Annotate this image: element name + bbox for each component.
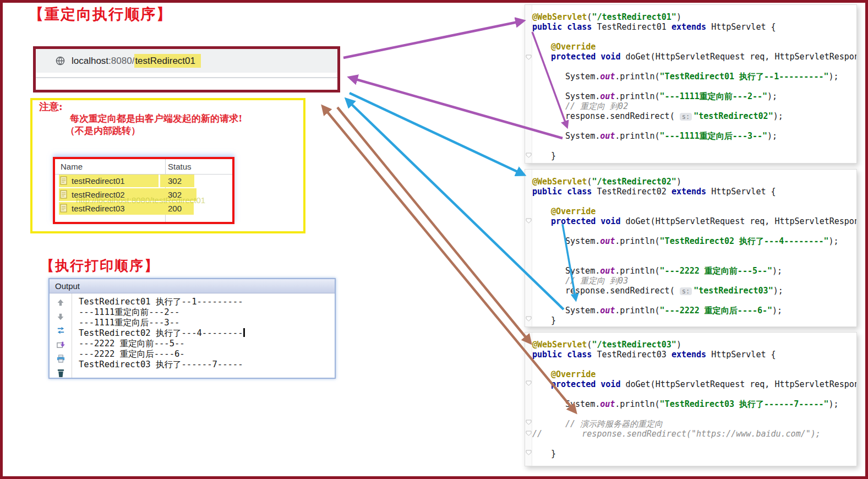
- code-line: protected void doGet(HttpServletRequest …: [532, 379, 856, 389]
- code-line: [532, 360, 856, 369]
- code-line: [532, 296, 856, 306]
- status-code: 302: [168, 176, 182, 186]
- page-title: 【重定向执行顺序】: [29, 4, 172, 24]
- code-line: System.out.println("---2222 重定向后----6-")…: [532, 306, 856, 315]
- code-line: public class TestRedirect02 extends Http…: [532, 187, 856, 197]
- code-line: [532, 256, 856, 266]
- network-table-header[interactable]: Name Status: [55, 159, 232, 175]
- code-line: @Override: [532, 42, 856, 52]
- code-line: // 重定向 到02: [532, 101, 856, 111]
- output-toolbar: [50, 293, 72, 378]
- fold-marker-icon[interactable]: [526, 153, 532, 158]
- code-line: response.sendRedirect( s:"testRedirect03…: [532, 286, 856, 296]
- code-line: [532, 226, 856, 236]
- status-code: 200: [168, 204, 182, 213]
- code-line: @WebServlet("/testRedirect03"): [532, 340, 856, 350]
- note-line-2: （不是内部跳转）: [65, 124, 140, 137]
- code-line: // 演示跨服务器的重定向: [532, 419, 856, 429]
- code-line: [532, 197, 856, 206]
- clear-icon[interactable]: [54, 368, 67, 378]
- code-line: [532, 246, 856, 256]
- rerun-icon[interactable]: [54, 326, 67, 336]
- code-line: System.out.println("---2222 重定向前---5--")…: [532, 266, 856, 276]
- code-line: [532, 121, 856, 131]
- code-line: [532, 32, 856, 42]
- editor-gutter: [525, 333, 532, 466]
- code-line: protected void doGet(HttpServletRequest …: [532, 52, 856, 62]
- document-icon: [60, 190, 67, 199]
- output-console: TestRedirect01 执行了--1------------1111重定向…: [72, 293, 335, 378]
- console-line: TestRedirect01 执行了--1---------: [79, 297, 335, 307]
- arrow-browser-to-servlet01: [343, 21, 523, 58]
- code-line: protected void doGet(HttpServletRequest …: [532, 216, 856, 226]
- fold-marker-icon[interactable]: [526, 420, 532, 425]
- code-line: // response.sendRedirect("https://www.ba…: [532, 429, 856, 439]
- request-name: testRedirect01: [72, 176, 125, 186]
- column-header-status[interactable]: Status: [168, 162, 192, 171]
- fold-marker-icon[interactable]: [526, 431, 532, 436]
- ghost-url-text: http://localhost:8080/testRedirect01: [76, 195, 205, 205]
- fold-marker-icon[interactable]: [526, 316, 532, 322]
- code-block-servlet01: @WebServlet("/testRedirect01")public cla…: [525, 4, 857, 164]
- fold-marker-icon[interactable]: [526, 450, 532, 455]
- console-line: TestRedirect03 执行了------7-----: [79, 360, 335, 370]
- editor-gutter: [525, 5, 532, 163]
- console-line: ---1111重定向后---3--: [79, 318, 335, 328]
- url-path-highlight: testRedirect01: [134, 54, 201, 68]
- console-line: TestRedirect02 执行了---4--------: [79, 328, 335, 339]
- address-bar[interactable]: localhost:8080/testRedirect01: [36, 49, 337, 73]
- diagram-canvas: 【重定向执行顺序】 localhost:8080/testRedirect01 …: [0, 0, 868, 479]
- note-line-1: 每次重定向都是由客户端发起的新的请求!: [70, 112, 242, 125]
- code-lines: @WebServlet("/testRedirect03")public cla…: [532, 340, 856, 459]
- code-line: @Override: [532, 369, 856, 379]
- code-line: System.out.println("TestRedirect01 执行了--…: [532, 72, 856, 81]
- code-line: public class TestRedirect01 extends Http…: [532, 22, 856, 32]
- output-titlebar: Output: [50, 279, 335, 293]
- print-order-title: 【执行打印顺序】: [40, 257, 159, 275]
- fold-marker-icon[interactable]: [526, 55, 532, 60]
- code-line: // 重定向 到03: [532, 276, 856, 286]
- import-icon[interactable]: [54, 340, 67, 350]
- url-text: localhost:8080/testRedirect01: [72, 56, 201, 67]
- code-line: [532, 141, 856, 151]
- scroll-down-icon[interactable]: [54, 312, 67, 322]
- code-line: System.out.println("TestRedirect03 执行了--…: [532, 399, 856, 409]
- code-line: response.sendRedirect( s:"testRedirect02…: [532, 111, 856, 121]
- code-lines: @WebServlet("/testRedirect01")public cla…: [532, 12, 856, 161]
- console-line: ---2222 重定向前---5--: [79, 339, 335, 349]
- code-block-servlet03: @WebServlet("/testRedirect03")public cla…: [525, 332, 857, 466]
- arrow-browser-to-servlet02: [350, 93, 523, 175]
- code-line: [532, 389, 856, 399]
- fold-marker-icon[interactable]: [526, 218, 532, 224]
- url-port: :8080/: [108, 56, 134, 66]
- note-label: 注意:: [39, 100, 63, 113]
- code-line: @WebServlet("/testRedirect01"): [532, 12, 856, 22]
- column-header-name[interactable]: Name: [61, 162, 83, 171]
- request-name: testRedirect03: [72, 204, 125, 213]
- network-table: Name Status testRedirect01302testRedirec…: [53, 157, 234, 224]
- fold-marker-icon[interactable]: [526, 380, 532, 386]
- code-line: [532, 409, 856, 419]
- globe-icon: [56, 56, 65, 66]
- code-line: [532, 81, 856, 91]
- code-line: }: [532, 151, 856, 161]
- browser-divider: [36, 77, 337, 78]
- code-line: [532, 62, 856, 72]
- code-line: }: [532, 315, 856, 325]
- code-line: @WebServlet("/testRedirect02"): [532, 177, 856, 187]
- print-icon[interactable]: [54, 354, 67, 364]
- text-cursor: [243, 328, 245, 337]
- code-line: @Override: [532, 206, 856, 216]
- url-host: localhost: [72, 56, 108, 66]
- output-window: Output: [48, 278, 336, 379]
- document-icon: [60, 176, 67, 185]
- table-row[interactable]: testRedirect01302: [55, 174, 232, 188]
- code-line: [532, 439, 856, 449]
- document-icon: [60, 204, 67, 213]
- console-line: ---1111重定向前---2--: [79, 307, 335, 318]
- code-line: public class TestRedirect03 extends Http…: [532, 350, 856, 360]
- code-line: System.out.println("---1111重定向后---3--");: [532, 131, 856, 141]
- scroll-up-icon[interactable]: [54, 298, 67, 308]
- editor-gutter: [525, 170, 532, 326]
- browser-window: localhost:8080/testRedirect01: [33, 46, 340, 92]
